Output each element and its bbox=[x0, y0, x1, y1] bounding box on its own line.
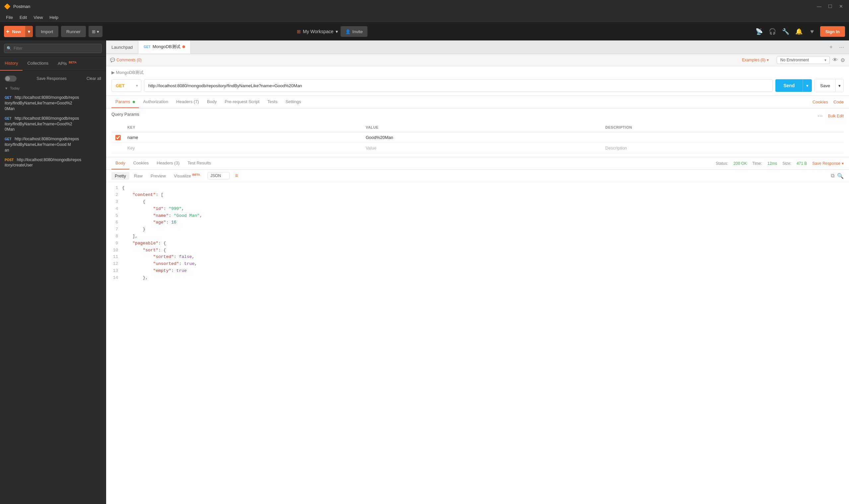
satellite-icon-btn[interactable]: 📡 bbox=[754, 26, 764, 37]
headphones-icon-btn[interactable]: 🎧 bbox=[767, 26, 778, 37]
req-tab-headers[interactable]: Headers (7) bbox=[172, 96, 203, 108]
examples-button[interactable]: Examples (0) ▾ bbox=[742, 58, 769, 62]
json-content-12: "unsorted": true, bbox=[122, 260, 197, 268]
history-url-4: http://localhost:8080/mongodb/repository… bbox=[5, 158, 81, 168]
tab-mongodb-request[interactable]: GET MongoDB测试 bbox=[138, 40, 191, 54]
minimize-button[interactable]: — bbox=[815, 3, 824, 10]
window-controls[interactable]: — ☐ ✕ bbox=[815, 3, 845, 10]
history-url-2: http://localhost:8080/mongodb/repository… bbox=[5, 116, 79, 132]
tab-launchpad[interactable]: Launchpad bbox=[106, 41, 138, 53]
layout-button[interactable]: ⊞ ▾ bbox=[89, 26, 103, 37]
layout-icon: ⊞ bbox=[92, 29, 95, 34]
send-button[interactable]: Send bbox=[775, 79, 802, 92]
resp-tab-cookies[interactable]: Cookies bbox=[129, 157, 153, 169]
json-punct-1: { bbox=[122, 185, 125, 192]
json-content-2: "content": [ bbox=[122, 192, 163, 199]
save-response-arrow: ▾ bbox=[842, 161, 844, 166]
invite-label: Invite bbox=[353, 29, 363, 34]
more-tabs-button[interactable]: ⋯ bbox=[837, 42, 846, 52]
history-item-1[interactable]: GET http://localhost:8080/mongodb/reposi… bbox=[0, 93, 106, 113]
req-tab-right: Cookies Code bbox=[813, 96, 844, 108]
new-dropdown-arrow[interactable]: ▾ bbox=[25, 26, 33, 37]
format-raw-btn[interactable]: Raw bbox=[131, 172, 146, 180]
time-value: 12ms bbox=[767, 161, 777, 166]
sidebar-filter-input[interactable] bbox=[4, 44, 102, 53]
invite-button[interactable]: 👤 Invite bbox=[341, 26, 367, 37]
cookies-link[interactable]: Cookies bbox=[813, 96, 828, 108]
param-key-cell-1: name bbox=[125, 133, 364, 141]
param-row-2: Key Value Description bbox=[111, 143, 844, 154]
wrap-lines-btn[interactable]: ≡ bbox=[234, 173, 239, 179]
search-response-btn[interactable]: 🔍 bbox=[837, 173, 844, 179]
wrench-icon-btn[interactable]: 🔧 bbox=[780, 26, 791, 37]
tab-history[interactable]: History bbox=[0, 57, 22, 71]
bulk-edit-button[interactable]: Bulk Edit bbox=[828, 114, 844, 119]
resp-tab-headers[interactable]: Headers (3) bbox=[153, 157, 184, 169]
req-tab-tests[interactable]: Tests bbox=[263, 96, 281, 108]
heart-icon-btn[interactable]: ♥ bbox=[807, 26, 817, 37]
format-visualize-btn[interactable]: Visualize BETA bbox=[170, 172, 203, 180]
history-item-2[interactable]: GET http://localhost:8080/mongodb/reposi… bbox=[0, 114, 106, 134]
resp-tab-test-results[interactable]: Test Results bbox=[183, 157, 215, 169]
req-tab-body[interactable]: Body bbox=[203, 96, 221, 108]
tab-request-label: MongoDB测试 bbox=[152, 44, 180, 50]
tab-apis[interactable]: APIs BETA bbox=[53, 57, 81, 71]
json-content-3: { bbox=[122, 199, 145, 205]
more-options-btn[interactable]: ⋯ bbox=[817, 113, 823, 119]
req-tab-prerequest[interactable]: Pre-request Script bbox=[221, 96, 264, 108]
clear-all-button[interactable]: Clear all bbox=[87, 76, 101, 81]
new-button[interactable]: + New ▾ bbox=[4, 26, 33, 37]
status-label: Status: bbox=[716, 161, 728, 166]
save-response-label: Save Response bbox=[812, 161, 841, 166]
col-key-header: KEY bbox=[125, 124, 364, 131]
code-link[interactable]: Code bbox=[833, 96, 844, 108]
format-preview-btn[interactable]: Preview bbox=[147, 172, 169, 180]
bell-icon-btn[interactable]: 🔔 bbox=[794, 26, 804, 37]
save-dropdown-button[interactable]: ▾ bbox=[835, 79, 843, 92]
add-tab-button[interactable]: + bbox=[827, 42, 836, 52]
param-key-cell-2[interactable]: Key bbox=[125, 144, 364, 152]
menu-view[interactable]: View bbox=[30, 14, 46, 21]
copy-response-btn[interactable]: ⧉ bbox=[831, 173, 834, 179]
environment-select[interactable]: No Environment bbox=[777, 56, 830, 64]
menu-edit[interactable]: Edit bbox=[16, 14, 30, 21]
method-select[interactable]: GET bbox=[111, 79, 141, 92]
params-table-header: KEY VALUE DESCRIPTION bbox=[111, 123, 844, 132]
params-label: Params bbox=[115, 99, 130, 104]
sign-in-button[interactable]: Sign In bbox=[820, 26, 845, 37]
menu-help[interactable]: Help bbox=[46, 14, 62, 21]
save-button[interactable]: Save bbox=[815, 79, 835, 92]
req-tab-settings[interactable]: Settings bbox=[282, 96, 305, 108]
runner-button[interactable]: Runner bbox=[61, 26, 86, 37]
close-button[interactable]: ✕ bbox=[837, 3, 845, 10]
req-tab-authorization[interactable]: Authorization bbox=[139, 96, 172, 108]
json-type-select[interactable]: JSON bbox=[207, 172, 230, 179]
params-dot bbox=[133, 101, 135, 103]
param-value-cell-2[interactable]: Value bbox=[364, 144, 604, 152]
save-response-button[interactable]: Save Response ▾ bbox=[812, 161, 844, 166]
history-item-4[interactable]: POST http://localhost:8080/mongodb/repos… bbox=[0, 155, 106, 170]
req-tab-params[interactable]: Params bbox=[111, 96, 139, 108]
tab-apis-label: APIs bbox=[58, 61, 67, 66]
comments-button[interactable]: 💬 Comments (0) bbox=[110, 58, 142, 62]
format-pretty-btn[interactable]: Pretty bbox=[111, 172, 129, 180]
param-desc-cell-2[interactable]: Description bbox=[604, 144, 844, 152]
workspace-button[interactable]: ⊞ My Workspace ▾ bbox=[297, 29, 338, 34]
send-dropdown-button[interactable]: ▾ bbox=[802, 79, 812, 92]
eye-icon-btn[interactable]: 👁 bbox=[832, 57, 838, 63]
history-item-3[interactable]: GET http://localhost:8080/mongodb/reposi… bbox=[0, 134, 106, 155]
toggle-switch[interactable] bbox=[5, 76, 17, 82]
url-input[interactable] bbox=[144, 79, 773, 92]
import-button[interactable]: Import bbox=[35, 26, 58, 37]
line-num-11: 11 bbox=[111, 254, 118, 260]
param-checkbox-1[interactable] bbox=[115, 135, 121, 140]
tab-collections[interactable]: Collections bbox=[22, 57, 53, 71]
line-num-4: 4 bbox=[111, 205, 118, 213]
resp-tab-body[interactable]: Body bbox=[111, 157, 129, 169]
menu-file[interactable]: File bbox=[3, 14, 16, 21]
chevron-down-icon: ▼ bbox=[5, 87, 8, 90]
gear-icon-btn[interactable]: ⚙ bbox=[841, 57, 845, 63]
query-params-title: Query Params bbox=[111, 112, 139, 117]
sidebar-content: Save Responses Clear all ▼ Today GET htt… bbox=[0, 71, 106, 504]
maximize-button[interactable]: ☐ bbox=[826, 3, 834, 10]
